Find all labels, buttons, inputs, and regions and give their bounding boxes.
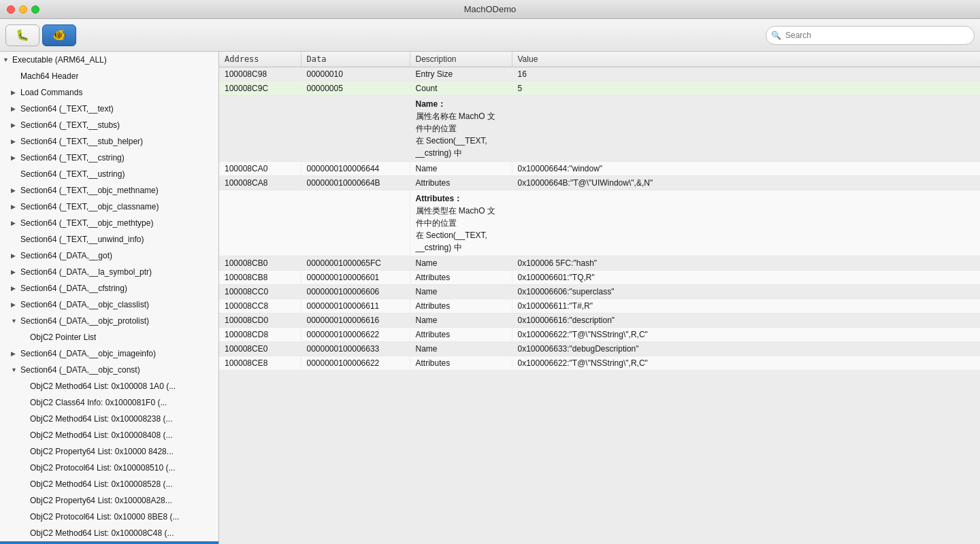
sidebar-item-label: Load Commands — [20, 86, 82, 99]
cell-address: 100008CD0 — [219, 313, 301, 328]
sidebar-item-section64-data-objc-imageinfo[interactable]: ▶Section64 (_DATA,__objc_imageinfo) — [0, 345, 218, 362]
sidebar-item-objc2-method64-list-408[interactable]: ObjC2 Method64 List: 0x100008408 (... — [0, 427, 218, 443]
toolbar-btn1[interactable]: 🐛 — [5, 24, 39, 46]
sidebar-item-label: ObjC2 Method64 List: 0x100008528 (... — [30, 478, 172, 490]
sidebar-item-section64-text-unwind-info[interactable]: Section64 (_TEXT,__unwind_info) — [0, 231, 218, 248]
col-header-data: Data — [301, 52, 410, 67]
sidebar-item-objc2-property64-list-c98[interactable]: ObjC2 Property64 List: 0x100008C98 (__OB… — [0, 541, 218, 544]
cell-address: 100008C98 — [219, 67, 301, 82]
sidebar-item-objc2-method64-list-c48[interactable]: ObjC2 Method64 List: 0x100008C48 (... — [0, 525, 218, 541]
sidebar-item-section64-text-objc-classname[interactable]: ▶Section64 (_TEXT,__objc_classname) — [0, 199, 218, 215]
sidebar-item-label: Section64 (_DATA,__got) — [20, 250, 112, 262]
cell-address: 100008CA0 — [219, 162, 301, 176]
cell-value: 0x10000664B:"T@\"UIWindow\",&,N" — [512, 176, 980, 190]
tree-arrow-icon: ▶ — [11, 217, 20, 229]
annotation-row-name: Name：属性名称在 MachO 文件中的位置在 Section(__TEXT,… — [219, 96, 980, 162]
cell-description: Entry Size — [410, 67, 512, 82]
sidebar-item-label: ObjC2 Method64 List: 0x100008C48 (... — [30, 527, 174, 539]
sidebar-item-section64-data-la-symbol-ptr[interactable]: ▶Section64 (_DATA,__la_symbol_ptr) — [0, 264, 218, 280]
toolbar-btn2[interactable]: 🐠 — [42, 24, 76, 46]
sidebar-item-section64-text-objc-methtype[interactable]: ▶Section64 (_TEXT,__objc_methtype) — [0, 215, 218, 231]
annotation-empty — [219, 96, 410, 162]
sidebar-item-label: Section64 (_TEXT,__objc_methtype) — [20, 217, 153, 229]
cell-data: 0000000100006644 — [301, 162, 410, 176]
cell-data: 0000000100006622 — [301, 328, 410, 342]
sidebar-item-load-commands[interactable]: ▶Load Commands — [0, 84, 218, 101]
cell-description: Name — [410, 342, 512, 356]
sidebar-item-label: ObjC2 Protocol64 List: 0x100008510 (... — [30, 462, 175, 474]
table-row[interactable]: 100008CD00000000100006616Name0x100006616… — [219, 313, 980, 328]
main-area: ▼Executable (ARM64_ALL)Mach64 Header▶Loa… — [0, 52, 980, 544]
sidebar-item-section64-text-cstring[interactable]: ▶Section64 (_TEXT,__cstring) — [0, 150, 218, 166]
cell-value: 0x100006611:"T#,R" — [512, 299, 980, 313]
sidebar-item-objc2-protocol64-list-be8[interactable]: ObjC2 Protocol64 List: 0x10000 8BE8 (... — [0, 509, 218, 525]
sidebar-item-section64-data-objc-const[interactable]: ▼Section64 (_DATA,__objc_const) — [0, 362, 218, 378]
sidebar-item-label: Mach64 Header — [20, 70, 78, 82]
toolbar-search-area: 🔍 — [766, 26, 975, 45]
cell-value: 0x100006 5FC:"hash" — [512, 256, 980, 271]
table-row[interactable]: 100008CB80000000100006601Attributes0x100… — [219, 271, 980, 285]
cell-description: Attributes — [410, 356, 512, 371]
toolbar-left: 🐛 🐠 — [5, 24, 76, 46]
bug-icon: 🐛 — [16, 29, 29, 41]
annotation-name-text: Name：属性名称在 MachO 文件中的位置在 Section(__TEXT,… — [410, 96, 980, 162]
table-row[interactable]: 100008CA00000000100006644Name0x100006644… — [219, 162, 980, 176]
sidebar-item-section64-data-objc-classlist[interactable]: ▶Section64 (_DATA,__objc_classlist) — [0, 296, 218, 313]
sidebar-item-objc2-protocol64-list-510[interactable]: ObjC2 Protocol64 List: 0x100008510 (... — [0, 460, 218, 476]
sidebar-item-objc2-method64-list-528[interactable]: ObjC2 Method64 List: 0x100008528 (... — [0, 476, 218, 492]
sidebar-item-section64-text-ustring[interactable]: Section64 (_TEXT,__ustring) — [0, 166, 218, 182]
table-row[interactable]: 100008C9C00000005Count5 — [219, 82, 980, 96]
sidebar-item-section64-text-stub-helper[interactable]: ▶Section64 (_TEXT,__stub_helper) — [0, 133, 218, 150]
table-row[interactable]: 100008CD80000000100006622Attributes0x100… — [219, 328, 980, 342]
sidebar-item-objc2-method64-list-238[interactable]: ObjC2 Method64 List: 0x100008238 (... — [0, 411, 218, 427]
sidebar-item-section64-data-got[interactable]: ▶Section64 (_DATA,__got) — [0, 248, 218, 264]
cell-value: 5 — [512, 82, 980, 96]
tree-arrow-icon: ▼ — [11, 315, 20, 327]
sidebar-item-section64-data-cfstring[interactable]: ▶Section64 (_DATA,__cfstring) — [0, 280, 218, 296]
sidebar-item-label: Section64 (_DATA,__objc_protolist) — [20, 315, 149, 327]
sidebar-item-section64-text-text[interactable]: ▶Section64 (_TEXT,__text) — [0, 101, 218, 117]
cell-value: 0x100006633:"debugDescription" — [512, 342, 980, 356]
sidebar-item-objc2-property64-list-428[interactable]: ObjC2 Property64 List: 0x10000 8428... — [0, 443, 218, 460]
cell-address: 100008C9C — [219, 82, 301, 96]
tree-arrow-icon: ▶ — [11, 347, 20, 360]
table-row[interactable]: 100008CE00000000100006633Name0x100006633… — [219, 342, 980, 356]
cell-value: 16 — [512, 67, 980, 82]
sidebar-item-label: Section64 (_DATA,__objc_classlist) — [20, 299, 149, 311]
annotation-empty2 — [219, 190, 410, 256]
sidebar-item-objc2-class64-info-1f0[interactable]: ObjC2 Class64 Info: 0x1000081F0 (... — [0, 394, 218, 411]
table-row[interactable]: 100008CA8000000010000664BAttributes0x100… — [219, 176, 980, 190]
sidebar-item-objc2-property64-list-a28[interactable]: ObjC2 Property64 List: 0x100008A28... — [0, 492, 218, 509]
sidebar-item-mach64-header[interactable]: Mach64 Header — [0, 68, 218, 84]
sidebar-item-label: Section64 (_TEXT,__unwind_info) — [20, 233, 144, 245]
cell-address: 100008CC0 — [219, 285, 301, 299]
table-row[interactable]: 100008CC80000000100006611Attributes0x100… — [219, 299, 980, 313]
table-row[interactable]: 100008CB000000001000065FCName0x100006 5F… — [219, 256, 980, 271]
sidebar-item-section64-text-stubs[interactable]: ▶Section64 (_TEXT,__stubs) — [0, 117, 218, 133]
annotation-row-attributes: Attributes：属性类型在 MachO 文件中的位置在 Section(_… — [219, 190, 980, 256]
sidebar-item-objc2-method64-list-1a0[interactable]: ObjC2 Method64 List: 0x100008 1A0 (... — [0, 378, 218, 394]
cell-address: 100008CE0 — [219, 342, 301, 356]
minimize-button[interactable] — [19, 5, 27, 14]
tree-arrow-icon: ▼ — [3, 54, 12, 66]
sidebar-item-objc2-pointer-list[interactable]: ObjC2 Pointer List — [0, 329, 218, 345]
close-button[interactable] — [7, 5, 15, 14]
tree-arrow-icon: ▶ — [11, 152, 20, 164]
cell-value: 0x100006622:"T@\"NSString\",R,C" — [512, 328, 980, 342]
sidebar-item-section64-data-objc-protolist[interactable]: ▼Section64 (_DATA,__objc_protolist) — [0, 313, 218, 329]
table-row[interactable]: 100008CE80000000100006622Attributes0x100… — [219, 356, 980, 371]
sidebar-item-label: Section64 (_TEXT,__objc_methname) — [20, 184, 159, 197]
cell-description: Name — [410, 162, 512, 176]
table-container[interactable]: Address Data Description Value 100008C98… — [219, 52, 980, 544]
table-row[interactable]: 100008CC00000000100006606Name0x100006606… — [219, 285, 980, 299]
search-input[interactable] — [766, 26, 975, 45]
cell-description: Name — [410, 256, 512, 271]
sidebar-item-executable[interactable]: ▼Executable (ARM64_ALL) — [0, 52, 218, 68]
table-row[interactable]: 100008C9800000010Entry Size16 — [219, 67, 980, 82]
sidebar-item-section64-text-objc-methname[interactable]: ▶Section64 (_TEXT,__objc_methname) — [0, 182, 218, 199]
cell-description: Count — [410, 82, 512, 96]
maximize-button[interactable] — [31, 5, 39, 14]
tree-arrow-icon: ▶ — [11, 135, 20, 148]
cell-data: 000000010000664B — [301, 176, 410, 190]
toolbar: 🐛 🐠 🔍 — [0, 19, 980, 52]
